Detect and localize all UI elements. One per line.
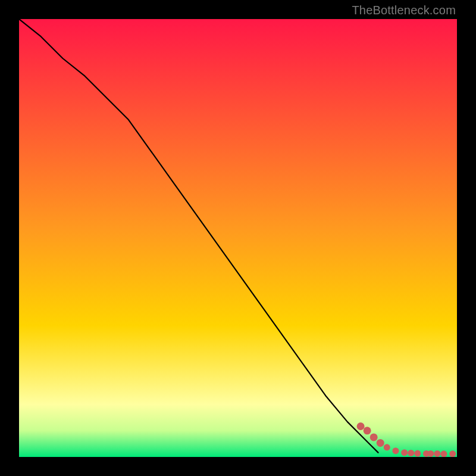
gradient-background	[19, 19, 457, 457]
dot	[434, 450, 440, 457]
dot	[357, 422, 365, 430]
chart-frame: TheBottleneck.com	[0, 0, 476, 476]
dot	[384, 444, 390, 450]
dot	[414, 450, 421, 457]
plot-area	[19, 19, 457, 457]
dot	[370, 433, 378, 441]
attribution-text: TheBottleneck.com	[352, 4, 456, 17]
dot	[440, 450, 447, 457]
dot	[449, 450, 456, 457]
dot	[392, 447, 399, 454]
dot	[364, 427, 371, 434]
dot	[377, 439, 384, 447]
chart-svg	[19, 19, 457, 457]
dot	[408, 450, 414, 456]
dot	[401, 449, 408, 456]
dot	[427, 450, 434, 457]
